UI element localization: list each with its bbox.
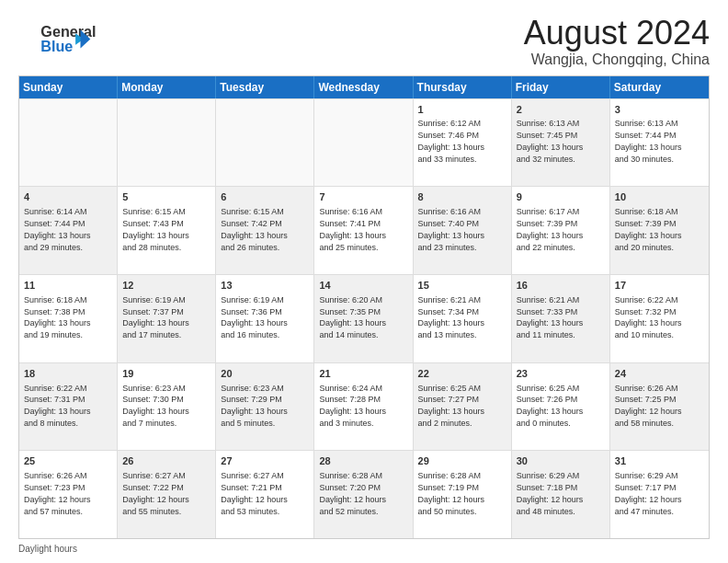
day-info: Sunrise: 6:15 AM Sunset: 7:42 PM Dayligh… <box>221 207 288 251</box>
main-title: August 2024 <box>524 15 710 52</box>
day-info: Sunrise: 6:19 AM Sunset: 7:36 PM Dayligh… <box>221 295 288 339</box>
calendar: SundayMondayTuesdayWednesdayThursdayFrid… <box>18 75 710 539</box>
day-number: 31 <box>615 454 704 468</box>
day-number: 26 <box>122 454 210 468</box>
cal-cell: 12Sunrise: 6:19 AM Sunset: 7:37 PM Dayli… <box>118 275 216 362</box>
day-info: Sunrise: 6:18 AM Sunset: 7:39 PM Dayligh… <box>615 207 682 251</box>
cal-cell: 20Sunrise: 6:23 AM Sunset: 7:29 PM Dayli… <box>216 363 314 451</box>
cal-cell: 27Sunrise: 6:27 AM Sunset: 7:21 PM Dayli… <box>216 451 314 538</box>
day-number: 13 <box>221 279 309 293</box>
day-info: Sunrise: 6:13 AM Sunset: 7:44 PM Dayligh… <box>615 119 682 163</box>
week-row-3: 11Sunrise: 6:18 AM Sunset: 7:38 PM Dayli… <box>19 274 709 362</box>
logo: General Blue <box>18 18 101 60</box>
day-info: Sunrise: 6:16 AM Sunset: 7:41 PM Dayligh… <box>319 207 386 251</box>
cal-cell: 6Sunrise: 6:15 AM Sunset: 7:42 PM Daylig… <box>216 187 314 274</box>
cal-cell: 11Sunrise: 6:18 AM Sunset: 7:38 PM Dayli… <box>19 275 118 362</box>
week-row-1: 1Sunrise: 6:12 AM Sunset: 7:46 PM Daylig… <box>19 98 709 187</box>
day-number: 21 <box>319 367 407 381</box>
day-number: 24 <box>615 367 704 381</box>
day-info: Sunrise: 6:26 AM Sunset: 7:23 PM Dayligh… <box>24 471 91 515</box>
day-number: 8 <box>418 190 506 204</box>
day-info: Sunrise: 6:19 AM Sunset: 7:37 PM Dayligh… <box>122 295 189 339</box>
day-number: 11 <box>24 279 112 293</box>
cal-cell: 22Sunrise: 6:25 AM Sunset: 7:27 PM Dayli… <box>414 363 512 451</box>
day-number: 17 <box>615 279 704 293</box>
day-number: 9 <box>517 190 605 204</box>
day-info: Sunrise: 6:22 AM Sunset: 7:31 PM Dayligh… <box>24 384 91 428</box>
day-info: Sunrise: 6:24 AM Sunset: 7:28 PM Dayligh… <box>319 384 386 428</box>
logo-icon: General Blue <box>18 18 101 60</box>
header: General Blue August 2024 Wangjia, Chongq… <box>18 15 710 68</box>
day-number: 30 <box>517 454 605 468</box>
day-number: 3 <box>615 103 704 117</box>
cal-cell: 26Sunrise: 6:27 AM Sunset: 7:22 PM Dayli… <box>118 451 216 538</box>
day-info: Sunrise: 6:28 AM Sunset: 7:20 PM Dayligh… <box>319 471 386 515</box>
cal-cell: 30Sunrise: 6:29 AM Sunset: 7:18 PM Dayli… <box>512 451 610 538</box>
cal-cell: 29Sunrise: 6:28 AM Sunset: 7:19 PM Dayli… <box>414 451 512 538</box>
cal-cell: 23Sunrise: 6:25 AM Sunset: 7:26 PM Dayli… <box>512 363 610 451</box>
day-number: 4 <box>24 190 112 204</box>
cal-cell <box>19 99 118 187</box>
cal-cell: 9Sunrise: 6:17 AM Sunset: 7:39 PM Daylig… <box>512 187 610 274</box>
week-row-4: 18Sunrise: 6:22 AM Sunset: 7:31 PM Dayli… <box>19 362 709 451</box>
day-number: 14 <box>319 279 407 293</box>
day-number: 25 <box>24 454 112 468</box>
calendar-body: 1Sunrise: 6:12 AM Sunset: 7:46 PM Daylig… <box>19 98 709 538</box>
day-info: Sunrise: 6:21 AM Sunset: 7:34 PM Dayligh… <box>418 295 485 339</box>
cal-cell: 10Sunrise: 6:18 AM Sunset: 7:39 PM Dayli… <box>610 187 709 274</box>
day-info: Sunrise: 6:29 AM Sunset: 7:18 PM Dayligh… <box>517 471 584 515</box>
day-info: Sunrise: 6:18 AM Sunset: 7:38 PM Dayligh… <box>24 295 91 339</box>
day-info: Sunrise: 6:29 AM Sunset: 7:17 PM Dayligh… <box>615 471 682 515</box>
day-number: 28 <box>319 454 407 468</box>
day-header-wednesday: Wednesday <box>314 76 413 98</box>
cal-cell: 31Sunrise: 6:29 AM Sunset: 7:17 PM Dayli… <box>610 451 709 538</box>
day-info: Sunrise: 6:17 AM Sunset: 7:39 PM Dayligh… <box>517 207 584 251</box>
day-number: 5 <box>122 190 210 204</box>
day-number: 29 <box>418 454 506 468</box>
day-info: Sunrise: 6:12 AM Sunset: 7:46 PM Dayligh… <box>418 119 485 163</box>
week-row-2: 4Sunrise: 6:14 AM Sunset: 7:44 PM Daylig… <box>19 186 709 274</box>
day-info: Sunrise: 6:27 AM Sunset: 7:22 PM Dayligh… <box>122 471 189 515</box>
cal-cell: 24Sunrise: 6:26 AM Sunset: 7:25 PM Dayli… <box>610 363 709 451</box>
cal-cell: 21Sunrise: 6:24 AM Sunset: 7:28 PM Dayli… <box>314 363 413 451</box>
page: General Blue August 2024 Wangjia, Chongq… <box>0 0 728 563</box>
cal-cell: 5Sunrise: 6:15 AM Sunset: 7:43 PM Daylig… <box>118 187 216 274</box>
day-header-saturday: Saturday <box>610 76 709 98</box>
cal-cell: 19Sunrise: 6:23 AM Sunset: 7:30 PM Dayli… <box>118 363 216 451</box>
day-number: 20 <box>221 367 309 381</box>
day-info: Sunrise: 6:21 AM Sunset: 7:33 PM Dayligh… <box>517 295 584 339</box>
cal-cell: 18Sunrise: 6:22 AM Sunset: 7:31 PM Dayli… <box>19 363 118 451</box>
cal-cell: 2Sunrise: 6:13 AM Sunset: 7:45 PM Daylig… <box>512 99 610 187</box>
day-number: 12 <box>122 279 210 293</box>
day-number: 27 <box>221 454 309 468</box>
title-block: August 2024 Wangjia, Chongqing, China <box>524 15 710 68</box>
day-info: Sunrise: 6:26 AM Sunset: 7:25 PM Dayligh… <box>615 384 682 428</box>
day-info: Sunrise: 6:25 AM Sunset: 7:27 PM Dayligh… <box>418 384 485 428</box>
day-header-thursday: Thursday <box>414 76 512 98</box>
cal-cell: 1Sunrise: 6:12 AM Sunset: 7:46 PM Daylig… <box>414 99 512 187</box>
day-number: 23 <box>517 367 605 381</box>
cal-cell: 25Sunrise: 6:26 AM Sunset: 7:23 PM Dayli… <box>19 451 118 538</box>
day-number: 15 <box>418 279 506 293</box>
day-info: Sunrise: 6:25 AM Sunset: 7:26 PM Dayligh… <box>517 384 584 428</box>
day-number: 10 <box>615 190 704 204</box>
day-info: Sunrise: 6:20 AM Sunset: 7:35 PM Dayligh… <box>319 295 386 339</box>
cal-cell: 13Sunrise: 6:19 AM Sunset: 7:36 PM Dayli… <box>216 275 314 362</box>
cal-cell: 3Sunrise: 6:13 AM Sunset: 7:44 PM Daylig… <box>610 99 709 187</box>
cal-cell <box>216 99 314 187</box>
day-header-tuesday: Tuesday <box>216 76 314 98</box>
cal-cell: 28Sunrise: 6:28 AM Sunset: 7:20 PM Dayli… <box>314 451 413 538</box>
day-info: Sunrise: 6:13 AM Sunset: 7:45 PM Dayligh… <box>517 119 584 163</box>
day-number: 2 <box>517 103 605 117</box>
cal-cell <box>314 99 413 187</box>
day-info: Sunrise: 6:22 AM Sunset: 7:32 PM Dayligh… <box>615 295 682 339</box>
cal-cell: 17Sunrise: 6:22 AM Sunset: 7:32 PM Dayli… <box>610 275 709 362</box>
footer-note: Daylight hours <box>18 544 710 554</box>
day-number: 1 <box>418 103 506 117</box>
cal-cell: 8Sunrise: 6:16 AM Sunset: 7:40 PM Daylig… <box>414 187 512 274</box>
subtitle: Wangjia, Chongqing, China <box>524 52 710 68</box>
cal-cell: 4Sunrise: 6:14 AM Sunset: 7:44 PM Daylig… <box>19 187 118 274</box>
day-header-friday: Friday <box>512 76 610 98</box>
day-info: Sunrise: 6:16 AM Sunset: 7:40 PM Dayligh… <box>418 207 485 251</box>
day-info: Sunrise: 6:23 AM Sunset: 7:29 PM Dayligh… <box>221 384 288 428</box>
